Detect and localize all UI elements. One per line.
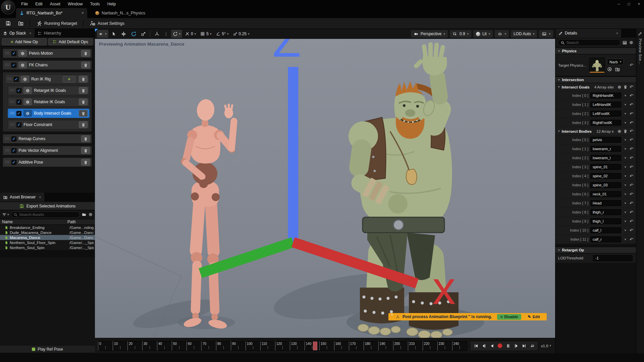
- close-icon[interactable]: ×: [39, 195, 41, 199]
- tab-rtg-narbash[interactable]: RTG_Narbash_Bo* ×: [16, 8, 87, 18]
- timeline-tick[interactable]: 220: [423, 341, 437, 351]
- solver-icon[interactable]: [23, 110, 32, 117]
- body-value[interactable]: lowerarm_r: [590, 146, 621, 152]
- goal-value[interactable]: RightHandIK: [590, 93, 621, 99]
- checkbox[interactable]: ✓: [16, 122, 21, 127]
- reset-to-default-icon[interactable]: ↶: [630, 84, 633, 89]
- asset-row[interactable]: Dude_Macarena_Dance /Game...Dance: [0, 230, 95, 235]
- chevron-down-icon[interactable]: ▾: [625, 166, 626, 169]
- coordinate-space-button[interactable]: [153, 30, 161, 38]
- timeline-tick[interactable]: 200: [393, 341, 408, 351]
- reset-to-default-icon[interactable]: ↶: [630, 219, 633, 224]
- translate-tool-button[interactable]: [119, 30, 128, 38]
- step-forward-button[interactable]: [513, 342, 520, 350]
- timeline-tick[interactable]: 60: [186, 341, 201, 351]
- asset-row-selected[interactable]: Macarena_Dance /Game...Dance: [0, 235, 95, 240]
- timeline-playhead[interactable]: [313, 342, 317, 350]
- screen-percentage-dropdown[interactable]: 0.9 ▾: [450, 30, 471, 38]
- op-row-additive-pose[interactable]: ⠿⠿ ✓ Additive Pose: [3, 158, 92, 167]
- body-value[interactable]: calf_l: [590, 227, 621, 233]
- go-to-start-button[interactable]: [472, 342, 480, 350]
- reset-to-default-icon[interactable]: ↶: [630, 192, 633, 197]
- export-selected-animations-button[interactable]: Export Selected Animations: [0, 202, 95, 210]
- tab-narbash-physics[interactable]: Narbash_N...s_Physics: [92, 8, 149, 18]
- body-value[interactable]: calf_r: [590, 236, 621, 242]
- timeline-tick[interactable]: 80: [216, 341, 231, 351]
- body-value[interactable]: neck_01: [590, 191, 621, 197]
- record-button[interactable]: [496, 342, 504, 350]
- menu-tools[interactable]: Tools: [86, 0, 103, 8]
- chevron-down-icon[interactable]: ▾: [625, 94, 626, 97]
- perspective-dropdown[interactable]: Perspective ▾: [411, 30, 448, 38]
- timeline-tick[interactable]: 70: [201, 341, 216, 351]
- drag-handle-icon[interactable]: ⠿⠿: [10, 111, 14, 116]
- body-value[interactable]: pelvis: [590, 137, 621, 143]
- op-row-pelvis-motion[interactable]: ⠿⠿ ✓ Pelvis Motion: [3, 49, 92, 58]
- menu-file[interactable]: File: [17, 0, 32, 8]
- checkbox[interactable]: ✓: [11, 136, 16, 141]
- chevron-down-icon[interactable]: ▾: [625, 175, 626, 178]
- select-tool-button[interactable]: [109, 30, 118, 38]
- reset-to-default-icon[interactable]: ↶: [630, 228, 633, 233]
- asset-search-input[interactable]: [19, 213, 77, 217]
- use-selected-icon[interactable]: [607, 67, 612, 72]
- delete-op-button[interactable]: [81, 159, 90, 166]
- maximize-button[interactable]: □: [624, 0, 634, 8]
- reset-to-default-icon[interactable]: ↶: [630, 111, 633, 116]
- tab-op-stack[interactable]: Op Stack ×: [0, 29, 35, 38]
- folder-icon[interactable]: [82, 212, 87, 217]
- clear-array-icon[interactable]: [623, 85, 628, 89]
- goal-value[interactable]: RightFootIK: [590, 120, 621, 126]
- pause-button[interactable]: [504, 342, 512, 350]
- section-intersection[interactable]: ▾ Intersection: [555, 76, 636, 83]
- lod-threshold-input[interactable]: [593, 255, 633, 261]
- timeline-tick[interactable]: 160: [334, 341, 349, 351]
- chevron-down-icon[interactable]: ▾: [625, 157, 626, 160]
- timeline-tick[interactable]: 90: [231, 341, 246, 351]
- scale-snap-button[interactable]: 0.25 ▾: [231, 30, 251, 38]
- drag-handle-icon[interactable]: ⠿⠿: [5, 51, 9, 56]
- asset-row[interactable]: Northern_Soul_Floor_Spin /Game/..._Spin: [0, 240, 95, 245]
- add-default-ops-button[interactable]: Add Default Ops: [48, 38, 93, 45]
- menu-help[interactable]: Help: [104, 0, 120, 8]
- solver-icon[interactable]: [21, 76, 29, 82]
- reset-to-default-icon[interactable]: ↶: [630, 63, 633, 68]
- timeline-tick[interactable]: 120: [275, 341, 290, 351]
- body-value[interactable]: spine_01: [590, 164, 621, 170]
- delete-op-button[interactable]: [81, 62, 90, 68]
- column-path[interactable]: Path: [67, 220, 93, 224]
- physics-asset-thumbnail[interactable]: [589, 58, 605, 73]
- chevron-down-icon[interactable]: ▾: [625, 103, 626, 106]
- drag-handle-icon[interactable]: ⠿⠿: [5, 137, 9, 141]
- add-array-element-icon[interactable]: ⊕: [618, 129, 621, 134]
- section-retarget-op[interactable]: ▾ Retarget Op: [555, 247, 636, 253]
- show-flags-dropdown[interactable]: ▾: [495, 30, 509, 38]
- settings-gear-icon[interactable]: [629, 40, 634, 45]
- timeline-tick[interactable]: 240: [452, 341, 467, 351]
- add-new-op-button[interactable]: + Add New Op: [2, 38, 47, 45]
- rotation-snap-button[interactable]: 5° ▾: [214, 30, 230, 38]
- clear-array-icon[interactable]: [623, 129, 628, 133]
- section-physics[interactable]: ▾ Physics: [555, 48, 636, 54]
- chevron-down-icon[interactable]: ▾: [625, 138, 626, 141]
- intersect-goals-header[interactable]: ▾ Intersect Goals 4 Array elem ⊕ ↶: [555, 83, 636, 91]
- display-filter-icon[interactable]: [622, 40, 627, 45]
- column-name[interactable]: Name: [2, 220, 67, 224]
- delete-op-button[interactable]: [79, 99, 88, 105]
- timeline-tick[interactable]: 110: [260, 341, 275, 351]
- browse-to-asset-icon[interactable]: [615, 67, 620, 72]
- checkbox[interactable]: ✓: [16, 100, 21, 105]
- timeline-tick[interactable]: 50: [172, 341, 186, 351]
- add-child-op-button[interactable]: +: [63, 76, 75, 82]
- delete-op-button[interactable]: [79, 110, 88, 117]
- close-window-button[interactable]: ×: [634, 0, 644, 8]
- reset-to-default-icon[interactable]: ↶: [630, 237, 633, 242]
- details-search-input[interactable]: [567, 41, 618, 45]
- close-icon[interactable]: ×: [616, 31, 618, 35]
- body-value[interactable]: Head: [590, 200, 621, 206]
- playback-speed-dropdown[interactable]: x1.0 ▾: [541, 344, 552, 348]
- physics-asset-dropdown[interactable]: Narb ▾: [607, 59, 624, 65]
- rotation-mode-dropdown[interactable]: ▾: [171, 30, 182, 38]
- timeline-tick[interactable]: 190: [378, 341, 393, 351]
- browse-asset-button[interactable]: [15, 19, 26, 28]
